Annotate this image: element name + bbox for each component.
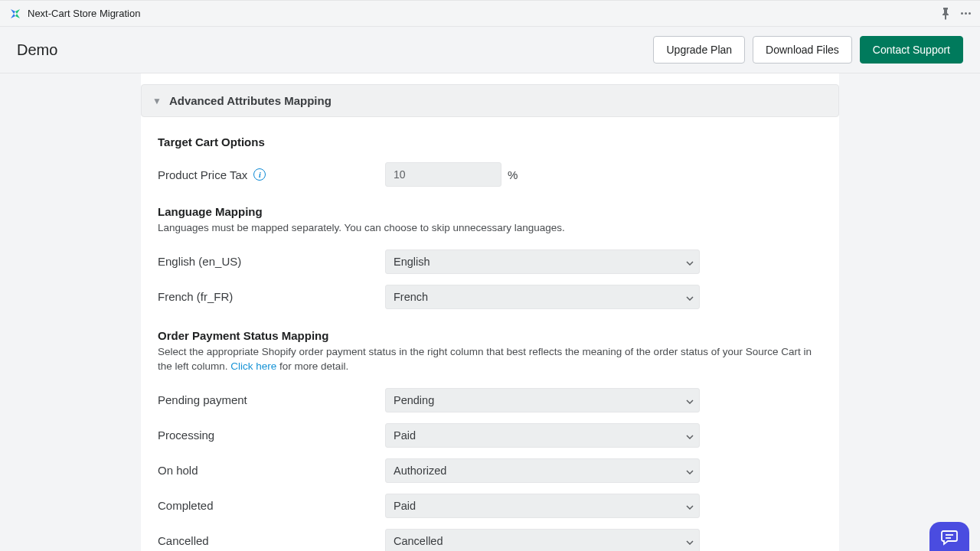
language-label: French (fr_FR): [158, 290, 385, 303]
status-select[interactable]: Authorized: [385, 458, 700, 483]
chat-fab[interactable]: [929, 522, 969, 551]
status-label: Completed: [158, 499, 385, 512]
language-mapping-title: Language Mapping: [158, 205, 822, 218]
status-row: CancelledCancelled: [158, 529, 822, 551]
topbar-right: [941, 8, 971, 20]
language-label: English (en_US): [158, 255, 385, 268]
language-mapping-desc: Languages must be mapped separately. You…: [158, 221, 822, 236]
product-price-tax-label: Product Price Tax i: [158, 168, 385, 181]
product-price-tax-row: Product Price Tax i %: [158, 162, 822, 187]
language-select-french[interactable]: French: [385, 285, 700, 309]
product-price-tax-input[interactable]: [385, 162, 501, 187]
status-label: Cancelled: [158, 534, 385, 547]
status-row: On holdAuthorized: [158, 458, 822, 483]
language-row-french: French (fr_FR) French: [158, 285, 822, 309]
svg-marker-0: [11, 9, 15, 18]
section-title: Target Cart Options: [158, 135, 822, 148]
info-icon[interactable]: i: [253, 168, 266, 181]
order-status-desc: Select the appropriate Shopify order pay…: [158, 345, 822, 374]
upgrade-plan-button[interactable]: Upgrade Plan: [653, 36, 745, 64]
status-select[interactable]: Paid: [385, 423, 700, 448]
topbar-left: Next-Cart Store Migration: [9, 8, 140, 20]
status-rows: Pending paymentPendingProcessingPaidOn h…: [158, 388, 822, 551]
language-select-english[interactable]: English: [385, 249, 700, 274]
status-select[interactable]: Paid: [385, 494, 700, 518]
pin-icon[interactable]: [941, 8, 952, 20]
svg-marker-1: [15, 9, 20, 18]
app-logo: [9, 8, 21, 20]
accordion-header[interactable]: ▼ Advanced Attributes Mapping: [141, 84, 839, 117]
more-icon[interactable]: [961, 12, 971, 15]
page-title: Demo: [17, 41, 57, 59]
page-header: Demo Upgrade Plan Download Files Contact…: [0, 27, 980, 73]
main-panel: ▼ Advanced Attributes Mapping Target Car…: [141, 73, 839, 551]
contact-support-button[interactable]: Contact Support: [860, 36, 963, 64]
header-actions: Upgrade Plan Download Files Contact Supp…: [653, 36, 963, 64]
accordion-title: Advanced Attributes Mapping: [169, 94, 332, 107]
chevron-down-icon: ▼: [152, 96, 162, 106]
topbar: Next-Cart Store Migration: [0, 0, 980, 27]
status-select[interactable]: Pending: [385, 388, 700, 412]
target-cart-options-section: Target Cart Options Product Price Tax i …: [141, 135, 839, 551]
content-wrap: ▼ Advanced Attributes Mapping Target Car…: [0, 73, 980, 551]
status-row: CompletedPaid: [158, 494, 822, 518]
status-select[interactable]: Cancelled: [385, 529, 700, 551]
click-here-link[interactable]: Click here: [230, 360, 276, 372]
download-files-button[interactable]: Download Files: [753, 36, 852, 64]
status-label: Pending payment: [158, 393, 385, 406]
status-row: ProcessingPaid: [158, 423, 822, 448]
status-row: Pending paymentPending: [158, 388, 822, 412]
percent-label: %: [508, 168, 518, 181]
language-row-english: English (en_US) English: [158, 249, 822, 274]
status-label: Processing: [158, 429, 385, 442]
app-title: Next-Cart Store Migration: [28, 8, 140, 19]
status-label: On hold: [158, 464, 385, 477]
order-status-title: Order Payment Status Mapping: [158, 329, 822, 342]
